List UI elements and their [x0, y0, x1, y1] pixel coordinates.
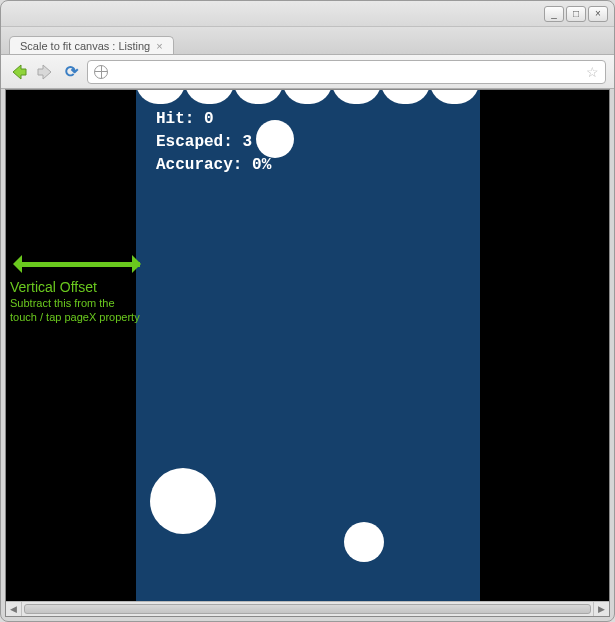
svg-marker-0 — [13, 65, 26, 79]
accuracy-label: Accuracy: — [156, 156, 242, 174]
back-arrow-icon — [10, 63, 28, 81]
address-bar[interactable]: ☆ — [87, 60, 606, 84]
score-overlay: Hit: 0 Escaped: 3 Accuracy: 0% — [156, 108, 271, 178]
window-minimize-button[interactable]: _ — [544, 6, 564, 22]
globe-icon — [94, 65, 108, 79]
bubble-target[interactable] — [150, 468, 216, 534]
annotation-title: Vertical Offset — [10, 279, 140, 295]
bookmark-star-icon[interactable]: ☆ — [586, 64, 599, 80]
horizontal-scrollbar[interactable]: ◀ ▶ — [6, 601, 609, 616]
scroll-left-arrow-icon[interactable]: ◀ — [6, 602, 22, 616]
svg-marker-1 — [38, 65, 51, 79]
url-input[interactable] — [114, 65, 580, 79]
game-canvas[interactable]: Hit: 0 Escaped: 3 Accuracy: 0% — [136, 90, 480, 616]
browser-tab[interactable]: Scale to fit canvas : Listing × — [9, 36, 174, 54]
wave-border — [136, 90, 480, 100]
window-close-button[interactable]: × — [588, 6, 608, 22]
browser-window: _ □ × Scale to fit canvas : Listing × ⟳ … — [0, 0, 615, 622]
bubble-target[interactable] — [256, 120, 294, 158]
bubble-target[interactable] — [344, 522, 384, 562]
forward-button[interactable] — [35, 63, 55, 81]
tab-title: Scale to fit canvas : Listing — [20, 40, 150, 52]
scrollbar-thumb[interactable] — [24, 604, 591, 614]
page-viewport: Vertical Offset Subtract this from the t… — [5, 89, 610, 617]
browser-toolbar: ⟳ ☆ — [1, 55, 614, 89]
double-arrow-icon — [10, 255, 140, 273]
scroll-right-arrow-icon[interactable]: ▶ — [593, 602, 609, 616]
tab-close-icon[interactable]: × — [156, 40, 162, 52]
escaped-label: Escaped: — [156, 133, 233, 151]
window-titlebar: _ □ × — [1, 1, 614, 27]
offset-annotation: Vertical Offset Subtract this from the t… — [10, 255, 140, 325]
annotation-subtitle: Subtract this from the touch / tap pageX… — [10, 297, 140, 325]
escaped-value: 3 — [242, 133, 252, 151]
window-maximize-button[interactable]: □ — [566, 6, 586, 22]
accuracy-value: 0% — [252, 156, 271, 174]
forward-arrow-icon — [36, 63, 54, 81]
hit-label: Hit: — [156, 110, 194, 128]
hit-value: 0 — [204, 110, 214, 128]
back-button[interactable] — [9, 63, 29, 81]
reload-button[interactable]: ⟳ — [61, 62, 81, 81]
tab-strip: Scale to fit canvas : Listing × — [1, 27, 614, 55]
